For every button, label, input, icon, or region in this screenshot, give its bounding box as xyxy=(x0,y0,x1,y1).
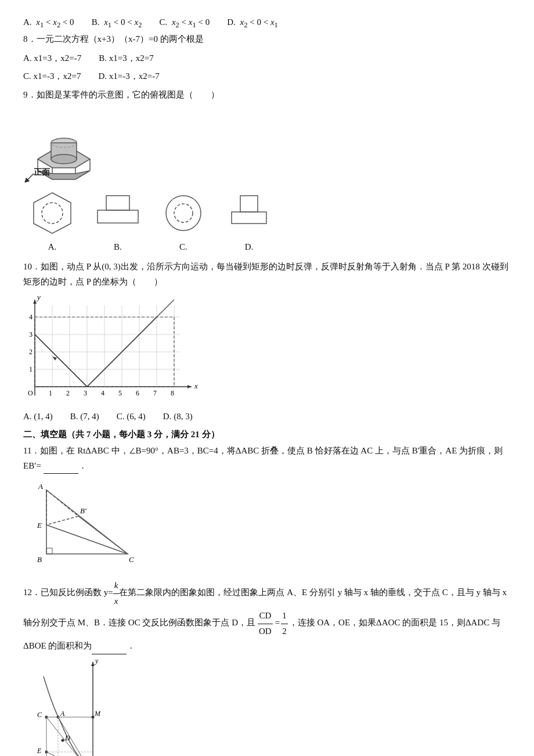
q9-text: 9．如图是某零件的示意图，它的俯视图是（ ） xyxy=(23,88,511,103)
q9-fig-c-label: C. xyxy=(154,239,212,255)
svg-text:7: 7 xyxy=(153,389,157,397)
q8-options: A. x1=3，x2=-7 B. x1=3，x2=7 xyxy=(23,51,511,66)
q8-options-2: C. x1=-3，x2=7 D. x1=-3，x2=-7 xyxy=(23,69,511,84)
q12: 12．已知反比例函数 y=kx在第二象限内的图象如图，经过图象上两点 A、E 分… xyxy=(23,578,511,756)
svg-line-55 xyxy=(78,516,128,554)
svg-line-84 xyxy=(46,752,93,757)
q11: 11．如图，在 RtΔABC 中，∠B=90°，AB=3，BC=4，将ΔABC … xyxy=(23,444,511,571)
q11-blank xyxy=(44,459,78,474)
svg-marker-11 xyxy=(34,193,71,233)
q9-answer-figs: A. B. C. D. xyxy=(23,187,511,255)
q11-figure: A B C B' E xyxy=(35,478,151,571)
svg-rect-17 xyxy=(240,196,258,212)
svg-text:A: A xyxy=(38,482,43,491)
svg-point-12 xyxy=(42,203,63,224)
svg-text:6: 6 xyxy=(136,389,139,397)
q9: 9．如图是某零件的示意图，它的俯视图是（ ） xyxy=(23,88,511,255)
q10-graph: 1 2 3 4 5 6 7 8 1 2 3 4 x y O xyxy=(23,294,511,404)
svg-line-54 xyxy=(46,525,128,554)
q8: 8．一元二次方程（x+3）（x-7）=0 的两个根是 A. x1=3，x2=-7… xyxy=(23,32,511,84)
svg-marker-65 xyxy=(91,662,95,666)
svg-text:3: 3 xyxy=(84,389,87,397)
svg-marker-35 xyxy=(33,300,37,304)
q10: 10．如图，动点 P 从(0, 3)出发，沿所示方向运动，每当碰到矩形的边时反弹… xyxy=(23,260,511,424)
svg-point-80 xyxy=(62,739,64,741)
svg-point-15 xyxy=(166,196,201,231)
svg-point-16 xyxy=(174,204,193,222)
q10-opt-a: A. (1, 4) xyxy=(23,409,53,424)
section-fill-blank: 二、填空题（共 7 小题，每小题 3 分，满分 21 分） xyxy=(23,429,511,440)
q8-opt-a: A. x1=3，x2=-7 xyxy=(23,51,81,66)
svg-text:B: B xyxy=(37,555,42,564)
q9-fig-b xyxy=(92,187,144,239)
svg-marker-51 xyxy=(52,357,57,361)
svg-text:8: 8 xyxy=(171,389,174,397)
svg-text:O: O xyxy=(28,389,33,397)
q8-opt-d: D. x1=-3，x2=-7 xyxy=(98,69,159,84)
q8-opt-c: C. x1=-3，x2=7 xyxy=(23,69,81,84)
svg-rect-61 xyxy=(46,548,52,554)
svg-text:C: C xyxy=(129,555,134,564)
q8-opt-b: B. x1=3，x2=7 xyxy=(99,51,153,66)
q9-zhengmian-label: 正面 xyxy=(34,165,50,179)
q9-fig-d-label: D. xyxy=(223,239,275,255)
svg-line-83 xyxy=(58,717,93,757)
q10-opt-d: D. (8, 3) xyxy=(163,409,193,424)
q11-text: 11．如图，在 RtΔABC 中，∠B=90°，AB=3，BC=4，将ΔABC … xyxy=(23,444,511,474)
svg-point-8 xyxy=(51,154,77,164)
q7-option-c: C. x2 < x1 < 0 xyxy=(159,17,210,30)
svg-text:3: 3 xyxy=(29,330,33,339)
q12-text: 12．已知反比例函数 y=kx在第二象限内的图象如图，经过图象上两点 A、E 分… xyxy=(23,578,511,654)
svg-text:C: C xyxy=(37,711,42,719)
svg-marker-34 xyxy=(187,385,192,388)
svg-text:1: 1 xyxy=(49,389,52,397)
svg-line-10 xyxy=(26,174,34,181)
svg-rect-18 xyxy=(232,212,266,224)
q7-option-b: B. x1 < 0 < x2 xyxy=(92,17,142,30)
q7-option-a: A. x1 < x2 < 0 xyxy=(23,17,74,30)
svg-text:E: E xyxy=(37,747,42,755)
svg-text:A: A xyxy=(60,710,65,718)
q10-text: 10．如图，动点 P 从(0, 3)出发，沿所示方向运动，每当碰到矩形的边时反弹… xyxy=(23,260,511,289)
q7-option-d: D. x2 < 0 < x1 xyxy=(227,17,278,30)
q7-options: A. x1 < x2 < 0 B. x1 < 0 < x2 C. x2 < x1… xyxy=(23,17,511,30)
svg-rect-14 xyxy=(98,210,138,223)
svg-text:y: y xyxy=(36,294,41,301)
svg-text:y: y xyxy=(95,659,99,665)
q9-fig-a xyxy=(23,187,81,239)
q12-blank xyxy=(92,639,127,654)
q12-figure: x y O A E C M xyxy=(29,659,157,757)
svg-rect-13 xyxy=(106,196,129,210)
svg-text:2: 2 xyxy=(66,389,70,397)
q10-svg: 1 2 3 4 5 6 7 8 1 2 3 4 x y O xyxy=(23,294,209,404)
svg-text:4: 4 xyxy=(101,389,104,397)
svg-marker-53 xyxy=(46,490,78,525)
svg-text:4: 4 xyxy=(29,313,33,321)
svg-text:B': B' xyxy=(80,506,86,515)
svg-text:5: 5 xyxy=(118,389,122,397)
svg-text:1: 1 xyxy=(29,365,33,373)
svg-text:x: x xyxy=(194,381,198,390)
q9-fig-c xyxy=(154,187,212,239)
svg-text:E: E xyxy=(37,521,42,530)
q10-opt-b: B. (7, 4) xyxy=(70,409,99,424)
q8-text: 8．一元二次方程（x+3）（x-7）=0 的两个根是 xyxy=(23,32,511,47)
q10-opt-c: C. (6, 4) xyxy=(117,409,146,424)
svg-text:M: M xyxy=(94,710,101,718)
q9-fig-d xyxy=(223,187,275,239)
svg-text:2: 2 xyxy=(29,348,33,356)
q10-options: A. (1, 4) B. (7, 4) C. (6, 4) D. (8, 3) xyxy=(23,409,511,424)
q9-fig-b-label: B. xyxy=(92,239,144,255)
q9-fig-a-label: A. xyxy=(23,239,81,255)
